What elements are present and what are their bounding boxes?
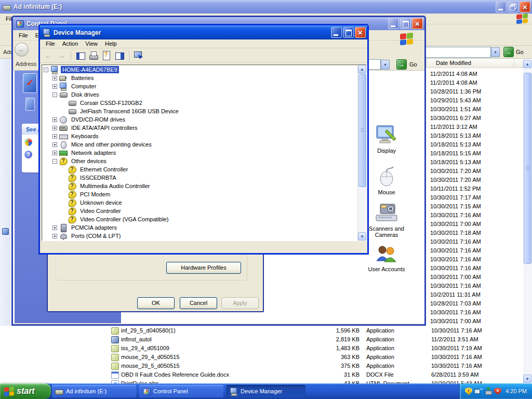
expand-icon[interactable]: + bbox=[52, 134, 57, 139]
collapse-icon[interactable]: - bbox=[52, 92, 57, 97]
clock[interactable]: 4:20 PM bbox=[506, 388, 527, 394]
scroll-down-icon[interactable]: ▼ bbox=[523, 375, 531, 383]
ok-button[interactable]: OK bbox=[137, 297, 175, 309]
date-row[interactable]: 10/30/2011 7:16 AM bbox=[430, 264, 481, 273]
start-button[interactable]: start bbox=[0, 383, 51, 399]
dm-menu-view[interactable]: View bbox=[82, 39, 101, 48]
date-row[interactable]: 10/30/2011 7:16 AM bbox=[430, 237, 481, 246]
date-row[interactable]: 10/18/2011 5:13 AM bbox=[430, 140, 481, 149]
date-row[interactable]: 10/30/2011 7:18 AM bbox=[430, 229, 481, 237]
date-row[interactable]: 10/30/2011 7:16 AM bbox=[430, 246, 481, 255]
dm-scrollbar[interactable]: ▲ ▼ bbox=[357, 65, 366, 241]
cp-menu-file[interactable]: File bbox=[15, 31, 32, 39]
windows-update-icon[interactable] bbox=[24, 138, 32, 146]
tree-item[interactable]: Unknown device bbox=[43, 198, 357, 207]
tree-item[interactable]: +Network adapters bbox=[43, 149, 357, 157]
control-panel-pane-icon[interactable] bbox=[25, 98, 35, 111]
date-row[interactable]: 10/18/2011 5:13 AM bbox=[430, 158, 481, 167]
date-row[interactable]: 10/30/2011 7:16 AM bbox=[430, 211, 481, 220]
date-row[interactable]: 10/11/2011 1:52 PM bbox=[430, 184, 481, 193]
back-button[interactable]: ← bbox=[15, 43, 29, 57]
tree-item[interactable]: -HOME-A4EAD67BE9 bbox=[43, 65, 357, 74]
switch-view-icon[interactable]: ✓ bbox=[23, 73, 37, 93]
scroll-up-icon[interactable]: ▲ bbox=[358, 65, 366, 73]
cp-minimize-button[interactable] bbox=[388, 18, 399, 29]
cp-maximize-button[interactable] bbox=[400, 18, 411, 29]
date-row[interactable]: 11/2/2011 4:08 AM bbox=[430, 78, 477, 87]
date-row[interactable]: 11/2/2011 4:08 AM bbox=[430, 70, 477, 78]
minimize-button[interactable] bbox=[496, 2, 507, 12]
collapse-icon[interactable]: - bbox=[52, 159, 57, 164]
back-icon[interactable] bbox=[43, 50, 54, 61]
date-row[interactable]: 10/30/2011 7:00 AM bbox=[430, 220, 481, 229]
expand-icon[interactable]: + bbox=[52, 84, 57, 89]
file-row[interactable]: mouse_29_5_d050515375 KBApplication10/30… bbox=[0, 362, 522, 370]
file-row[interactable]: mouse_29_4_d050515363 KBApplication10/30… bbox=[0, 353, 522, 362]
scroll-thumb[interactable] bbox=[358, 74, 366, 187]
cp-close-button[interactable] bbox=[412, 18, 423, 29]
hardware-profiles-button[interactable]: Hardware Profiles bbox=[166, 262, 241, 274]
expand-icon[interactable]: + bbox=[52, 142, 57, 147]
date-row[interactable]: 10/30/2011 7:16 AM bbox=[430, 255, 481, 264]
date-row[interactable]: 10/18/2011 5:15 AM bbox=[430, 149, 481, 158]
tree-item[interactable]: +Batteries bbox=[43, 74, 357, 82]
date-row[interactable]: 10/30/2011 7:17 AM bbox=[430, 193, 481, 202]
date-row[interactable]: 10/30/2011 7:20 AM bbox=[430, 167, 481, 176]
tree-item[interactable]: -Disk drives bbox=[43, 90, 357, 99]
show-action-pane-icon[interactable] bbox=[114, 50, 125, 61]
scan-hardware-icon[interactable] bbox=[133, 50, 144, 61]
help-icon[interactable]: ? bbox=[24, 151, 32, 158]
cp-address-dropdown-button[interactable]: ▼ bbox=[381, 60, 390, 70]
taskbar-button-ad-infinitum[interactable]: Ad infinitum (E:) bbox=[52, 385, 136, 397]
expand-icon[interactable]: + bbox=[52, 225, 57, 230]
file-row[interactable]: inf_29_5_d040580(1)1,596 KBApplication10… bbox=[0, 326, 522, 335]
tree-item[interactable]: +IDE ATA/ATAPI controllers bbox=[43, 124, 357, 132]
date-row[interactable]: 10/28/2011 7:03 AM bbox=[430, 299, 481, 308]
expand-icon[interactable]: + bbox=[52, 76, 57, 81]
cp-item-user-accounts[interactable]: User Accounts bbox=[364, 244, 409, 272]
dm-menu-file[interactable]: File bbox=[42, 39, 59, 48]
tree-item[interactable]: -Other devices bbox=[43, 157, 357, 165]
taskbar-button-device-manager[interactable]: Device Manager bbox=[227, 385, 305, 397]
dm-titlebar[interactable]: Device Manager bbox=[40, 25, 367, 39]
dm-maximize-button[interactable] bbox=[343, 27, 354, 38]
tree-item[interactable]: Multimedia Audio Controller bbox=[43, 182, 357, 190]
cp-go-button[interactable]: → bbox=[396, 59, 407, 70]
safely-remove-hardware-icon[interactable] bbox=[485, 388, 492, 395]
tree-item[interactable]: +Ports (COM & LPT) bbox=[43, 232, 357, 240]
expand-icon[interactable]: + bbox=[52, 151, 57, 155]
date-row[interactable]: 10/30/2011 7:00 AM bbox=[430, 273, 481, 282]
taskbar-button-control-panel[interactable]: Control Panel bbox=[139, 385, 223, 397]
date-row[interactable]: 10/28/2011 1:36 PM bbox=[430, 87, 481, 96]
scroll-up-icon[interactable]: ▲ bbox=[523, 60, 531, 68]
collapse-icon[interactable]: - bbox=[44, 68, 48, 72]
security-warning-shield-icon[interactable]: ! bbox=[465, 388, 472, 395]
scroll-down-icon[interactable]: ▼ bbox=[358, 232, 366, 241]
scroll-thumb[interactable] bbox=[524, 73, 531, 264]
expand-icon[interactable]: + bbox=[52, 126, 57, 130]
tree-item[interactable]: +Keyboards bbox=[43, 132, 357, 140]
network-status-icon[interactable] bbox=[474, 388, 483, 395]
file-row[interactable]: iss_29_4_d0510091,483 KBApplication10/30… bbox=[0, 344, 522, 353]
dm-menu-action[interactable]: Action bbox=[59, 39, 82, 48]
cp-item-mouse[interactable]: Mouse bbox=[364, 165, 409, 195]
column-header-date-modified[interactable]: Date Modified bbox=[426, 59, 523, 68]
tree-item[interactable]: +DVD/CD-ROM drives bbox=[43, 115, 357, 124]
tree-item[interactable]: +Computer bbox=[43, 82, 357, 90]
date-row[interactable]: 11/2/2011 3:12 AM bbox=[430, 123, 477, 131]
go-button[interactable]: → bbox=[503, 47, 514, 57]
tree-item[interactable]: Corsair CSSD-F120GB2 bbox=[43, 99, 357, 107]
close-button[interactable] bbox=[520, 2, 530, 12]
address-dropdown-button[interactable]: ▼ bbox=[491, 47, 500, 57]
help-doc-icon[interactable] bbox=[101, 50, 112, 61]
explorer-titlebar[interactable]: Ad infinitum (E:) bbox=[0, 0, 532, 14]
tree-item[interactable]: Video Controller bbox=[43, 207, 357, 215]
cp-item-scanners-cameras[interactable]: Scanners and Cameras bbox=[364, 203, 409, 238]
dm-close-button[interactable] bbox=[355, 27, 366, 38]
dm-menu-help[interactable]: Help bbox=[101, 39, 121, 48]
expand-icon[interactable]: + bbox=[52, 234, 57, 238]
restore-button[interactable] bbox=[508, 2, 518, 12]
column-divider[interactable] bbox=[514, 60, 514, 66]
expand-icon[interactable]: + bbox=[52, 117, 57, 122]
show-console-tree-icon[interactable] bbox=[75, 50, 86, 61]
